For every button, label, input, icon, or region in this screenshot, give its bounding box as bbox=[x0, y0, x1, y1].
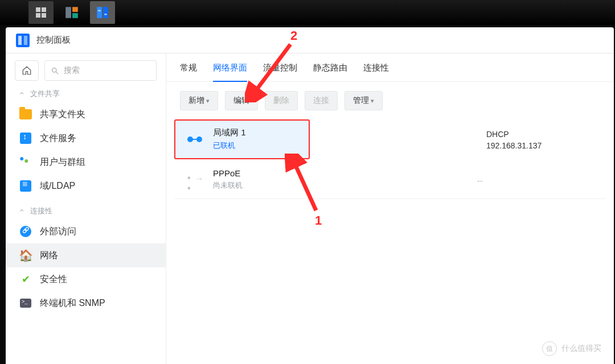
interface-row-pppoe[interactable]: PPPoE 尚未联机 -- bbox=[174, 160, 606, 199]
sidebar-item-label: 域/LDAP bbox=[40, 180, 75, 192]
delete-button[interactable]: 删除 bbox=[265, 91, 298, 110]
watermark-text: 什么值得买 bbox=[561, 344, 601, 354]
section-connectivity[interactable]: 连接性 bbox=[6, 198, 166, 220]
sidebar-item-label: 外部访问 bbox=[40, 226, 76, 238]
sidebar-item-security[interactable]: ✔ 安全性 bbox=[6, 267, 166, 291]
tab-general[interactable]: 常规 bbox=[180, 63, 197, 81]
terminal-icon bbox=[20, 299, 31, 308]
add-button[interactable]: 新增 bbox=[180, 91, 218, 110]
search-icon bbox=[51, 67, 59, 75]
sidebar-item-external-access[interactable]: 外部访问 bbox=[6, 220, 166, 243]
svg-rect-6 bbox=[104, 14, 106, 15]
sidebar-item-label: 用户与群组 bbox=[40, 156, 85, 168]
search-input[interactable]: 搜索 bbox=[44, 60, 157, 81]
svg-rect-4 bbox=[103, 7, 108, 18]
connect-button[interactable]: 连接 bbox=[305, 91, 338, 110]
window-titlebar: 控制面板 bbox=[6, 27, 614, 53]
sidebar-item-file-services[interactable]: 文件服务 bbox=[6, 126, 166, 150]
taskbar-app-1[interactable] bbox=[59, 1, 84, 24]
tab-bar: 常规 网络界面 流量控制 静态路由 连接性 bbox=[166, 53, 614, 82]
toolbar: 新增 编辑 删除 连接 管理 bbox=[166, 82, 614, 119]
interface-type: DHCP bbox=[486, 130, 597, 139]
interface-status: 尚未联机 bbox=[213, 180, 477, 191]
chevron-up-icon bbox=[18, 89, 26, 99]
interface-list: 局域网 1 已联机 DHCP 192.168.31.137 PPPoE 尚未联机 bbox=[166, 119, 614, 199]
svg-line-8 bbox=[56, 72, 58, 74]
home-icon bbox=[22, 65, 32, 76]
storage-manager-icon bbox=[64, 5, 79, 20]
chevron-up-icon bbox=[18, 206, 26, 216]
file-service-icon bbox=[20, 133, 31, 144]
ldap-icon bbox=[20, 180, 31, 192]
watermark: 值 什么值得买 bbox=[542, 341, 601, 356]
control-panel-title-icon bbox=[16, 34, 30, 47]
sidebar-item-shared-folder[interactable]: 共享文件夹 bbox=[6, 102, 166, 126]
manage-button[interactable]: 管理 bbox=[345, 91, 383, 110]
control-panel-icon bbox=[95, 5, 110, 20]
tab-network-interface[interactable]: 网络界面 bbox=[213, 63, 247, 81]
svg-rect-5 bbox=[98, 10, 100, 11]
svg-rect-0 bbox=[65, 7, 71, 18]
edit-button[interactable]: 编辑 bbox=[225, 91, 258, 110]
tab-connectivity[interactable]: 连接性 bbox=[363, 63, 389, 81]
watermark-badge: 值 bbox=[542, 341, 557, 356]
svg-point-7 bbox=[52, 68, 57, 72]
control-panel-window: 控制面板 搜索 文件共享 共享文件夹 文 bbox=[6, 27, 614, 364]
tab-traffic-control[interactable]: 流量控制 bbox=[263, 63, 297, 81]
folder-icon bbox=[19, 109, 32, 119]
taskbar-apps-button[interactable] bbox=[28, 1, 54, 24]
apps-grid-icon bbox=[36, 7, 46, 18]
tab-static-route[interactable]: 静态路由 bbox=[313, 63, 347, 81]
sidebar-item-label: 终端机和 SNMP bbox=[40, 297, 105, 309]
window-title: 控制面板 bbox=[36, 35, 71, 46]
pppoe-icon bbox=[187, 176, 202, 184]
network-icon: 🏠 bbox=[19, 249, 32, 262]
interface-status: 已联机 bbox=[213, 140, 301, 151]
interface-name: PPPoE bbox=[213, 168, 477, 178]
interface-row-lan1[interactable]: 局域网 1 已联机 bbox=[174, 119, 310, 159]
sidebar-item-network[interactable]: 🏠 网络 bbox=[6, 243, 166, 267]
lan-icon bbox=[187, 136, 202, 143]
sidebar-item-label: 网络 bbox=[40, 250, 58, 262]
main-content: 常规 网络界面 流量控制 静态路由 连接性 新增 编辑 删除 连接 管理 局 bbox=[166, 53, 614, 364]
sidebar-item-terminal-snmp[interactable]: 终端机和 SNMP bbox=[6, 291, 166, 315]
users-icon bbox=[19, 157, 32, 167]
svg-rect-1 bbox=[72, 7, 78, 12]
svg-rect-2 bbox=[72, 13, 78, 18]
sidebar-item-label: 共享文件夹 bbox=[40, 109, 85, 121]
sidebar-item-domain-ldap[interactable]: 域/LDAP bbox=[6, 174, 166, 198]
sidebar-item-label: 安全性 bbox=[40, 274, 67, 286]
interface-ip: -- bbox=[477, 176, 597, 185]
search-placeholder: 搜索 bbox=[64, 65, 80, 76]
sidebar: 搜索 文件共享 共享文件夹 文件服务 用户与群组 域/LDAP bbox=[6, 53, 166, 364]
svg-rect-3 bbox=[97, 7, 102, 18]
taskbar-control-panel[interactable] bbox=[90, 1, 115, 24]
sidebar-item-label: 文件服务 bbox=[40, 133, 76, 144]
interface-ip: 192.168.31.137 bbox=[486, 141, 597, 150]
interface-name: 局域网 1 bbox=[213, 127, 301, 138]
sidebar-item-users-groups[interactable]: 用户与群组 bbox=[6, 150, 166, 174]
external-access-icon bbox=[20, 226, 31, 237]
home-button[interactable] bbox=[15, 60, 39, 81]
os-taskbar bbox=[0, 0, 615, 25]
section-file-share[interactable]: 文件共享 bbox=[6, 81, 166, 102]
shield-icon: ✔ bbox=[19, 273, 32, 286]
